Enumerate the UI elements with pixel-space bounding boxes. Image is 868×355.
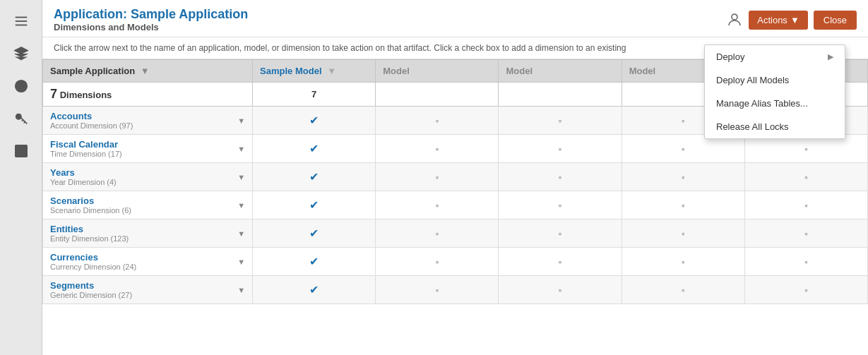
svg-line-7 xyxy=(23,122,25,124)
check-cell-model1[interactable]: ✔ xyxy=(253,219,376,248)
empty-checkbox-icon: ▪ xyxy=(804,172,808,183)
dim-name[interactable]: Accounts xyxy=(50,111,133,121)
check-cell-model3[interactable]: ▪ xyxy=(499,135,622,163)
check-cell-model4[interactable]: ▪ xyxy=(622,135,744,163)
col-header-model3: Model xyxy=(499,60,622,83)
check-cell-model1[interactable]: ✔ xyxy=(253,107,376,135)
svg-rect-0 xyxy=(15,17,27,18)
check-cell-model4[interactable]: ▪ xyxy=(622,219,744,248)
actions-button[interactable]: Actions ▼ xyxy=(749,11,808,30)
actions-label: Actions xyxy=(757,15,787,25)
table-row: Segments Generic Dimension (27) ▼ ✔▪▪▪▪ xyxy=(43,276,868,304)
menu-item-manage-alias[interactable]: Manage Alias Tables... xyxy=(705,92,845,115)
menu-item-release-locks[interactable]: Release All Locks xyxy=(705,115,845,138)
check-cell-model1[interactable]: ✔ xyxy=(253,191,376,219)
check-cell-model1[interactable]: ✔ xyxy=(253,276,376,304)
count-dims-cell: 7 Dimensions xyxy=(43,83,253,107)
dim-dropdown-arrow-icon[interactable]: ▼ xyxy=(237,116,245,125)
checkmark-icon: ✔ xyxy=(309,255,319,267)
dim-name[interactable]: Years xyxy=(50,167,117,178)
menu-item-deploy-all[interactable]: Deploy All Models xyxy=(705,68,845,92)
count-model-cell: 7 xyxy=(253,83,376,107)
dim-cell: Scenarios Scenario Dimension (6) ▼ xyxy=(43,191,253,219)
dim-dropdown-arrow-icon[interactable]: ▼ xyxy=(237,173,245,181)
dim-dropdown-arrow-icon[interactable]: ▼ xyxy=(237,286,245,294)
svg-point-5 xyxy=(16,114,20,119)
empty-checkbox-icon: ▪ xyxy=(804,284,808,296)
table-row: Scenarios Scenario Dimension (6) ▼ ✔▪▪▪▪ xyxy=(43,191,868,219)
check-cell-model5[interactable]: ▪ xyxy=(744,135,867,163)
check-cell-model1[interactable]: ✔ xyxy=(253,248,376,276)
count-empty-1 xyxy=(376,83,499,107)
check-cell-model4[interactable]: ▪ xyxy=(622,276,744,304)
dim-sub: Currency Dimension (24) xyxy=(50,263,136,271)
dim-dropdown-arrow-icon[interactable]: ▼ xyxy=(237,201,245,210)
dim-sub: Entity Dimension (123) xyxy=(50,234,129,243)
check-cell-model3[interactable]: ▪ xyxy=(499,191,622,219)
empty-checkbox-icon: ▪ xyxy=(435,115,439,126)
check-cell-model3[interactable]: ▪ xyxy=(499,276,622,304)
check-cell-model3[interactable]: ▪ xyxy=(499,248,622,276)
sidebar-item-table[interactable] xyxy=(4,136,38,167)
header-right: Actions ▼ Close Deploy ▶ Deploy All Mode… xyxy=(726,11,857,30)
check-cell-model4[interactable]: ▪ xyxy=(622,191,744,219)
empty-checkbox-icon: ▪ xyxy=(435,172,439,183)
page-title: Application: Sample Application xyxy=(54,7,248,22)
check-cell-model2[interactable]: ▪ xyxy=(376,219,499,248)
check-cell-model5[interactable]: ▪ xyxy=(744,163,867,191)
sidebar-item-clock[interactable] xyxy=(4,71,38,102)
dim-dropdown-arrow-icon[interactable]: ▼ xyxy=(237,229,245,238)
empty-checkbox-icon: ▪ xyxy=(682,143,685,155)
empty-checkbox-icon: ▪ xyxy=(435,256,439,267)
svg-rect-2 xyxy=(15,25,27,26)
empty-checkbox-icon: ▪ xyxy=(804,256,808,267)
check-cell-model1[interactable]: ✔ xyxy=(253,163,376,191)
dim-dropdown-arrow-icon[interactable]: ▼ xyxy=(237,145,245,153)
submenu-arrow-icon: ▶ xyxy=(828,52,833,61)
col-header-app: Sample Application ▼ xyxy=(43,60,253,83)
dim-sub: Account Dimension (97) xyxy=(50,121,133,130)
dim-name[interactable]: Currencies xyxy=(50,252,136,263)
checkmark-icon: ✔ xyxy=(309,227,319,239)
check-cell-model5[interactable]: ▪ xyxy=(744,248,867,276)
check-cell-model4[interactable]: ▪ xyxy=(622,248,744,276)
dim-sub: Year Dimension (4) xyxy=(50,178,117,186)
check-cell-model3[interactable]: ▪ xyxy=(499,219,622,248)
check-cell-model2[interactable]: ▪ xyxy=(376,135,499,163)
check-cell-model2[interactable]: ▪ xyxy=(376,107,499,135)
close-button[interactable]: Close xyxy=(814,11,857,30)
check-cell-model2[interactable]: ▪ xyxy=(376,248,499,276)
check-cell-model5[interactable]: ▪ xyxy=(744,191,867,219)
sidebar xyxy=(0,0,42,355)
checkmark-icon: ✔ xyxy=(309,199,319,211)
check-cell-model1[interactable]: ✔ xyxy=(253,135,376,163)
check-cell-model5[interactable]: ▪ xyxy=(744,219,867,248)
check-cell-model3[interactable]: ▪ xyxy=(499,163,622,191)
check-cell-model2[interactable]: ▪ xyxy=(376,276,499,304)
page-subtitle: Dimensions and Models xyxy=(54,22,248,32)
check-cell-model3[interactable]: ▪ xyxy=(499,107,622,135)
empty-checkbox-icon: ▪ xyxy=(804,228,808,239)
empty-checkbox-icon: ▪ xyxy=(559,228,562,239)
dim-name[interactable]: Entities xyxy=(50,224,129,234)
table-row: Currencies Currency Dimension (24) ▼ ✔▪▪… xyxy=(43,248,868,276)
dim-name[interactable]: Segments xyxy=(50,280,132,291)
dim-name[interactable]: Fiscal Calendar xyxy=(50,139,122,150)
dim-cell: Accounts Account Dimension (97) ▼ xyxy=(43,107,253,135)
dim-dropdown-arrow-icon[interactable]: ▼ xyxy=(237,258,245,266)
sidebar-item-list[interactable] xyxy=(4,6,38,37)
user-icon-button[interactable] xyxy=(726,11,743,28)
menu-item-deploy[interactable]: Deploy ▶ xyxy=(705,45,845,68)
check-cell-model4[interactable]: ▪ xyxy=(622,163,744,191)
dim-name[interactable]: Scenarios xyxy=(50,195,131,206)
empty-checkbox-icon: ▪ xyxy=(682,115,685,126)
empty-checkbox-icon: ▪ xyxy=(804,143,808,155)
check-cell-model2[interactable]: ▪ xyxy=(376,163,499,191)
table-row: Entities Entity Dimension (123) ▼ ✔▪▪▪▪ xyxy=(43,219,868,248)
empty-checkbox-icon: ▪ xyxy=(559,115,562,126)
check-cell-model5[interactable]: ▪ xyxy=(744,276,867,304)
sidebar-item-key[interactable] xyxy=(4,103,38,134)
sidebar-item-cube[interactable] xyxy=(4,38,38,69)
check-cell-model2[interactable]: ▪ xyxy=(376,191,499,219)
col-header-model2: Model xyxy=(376,60,499,83)
